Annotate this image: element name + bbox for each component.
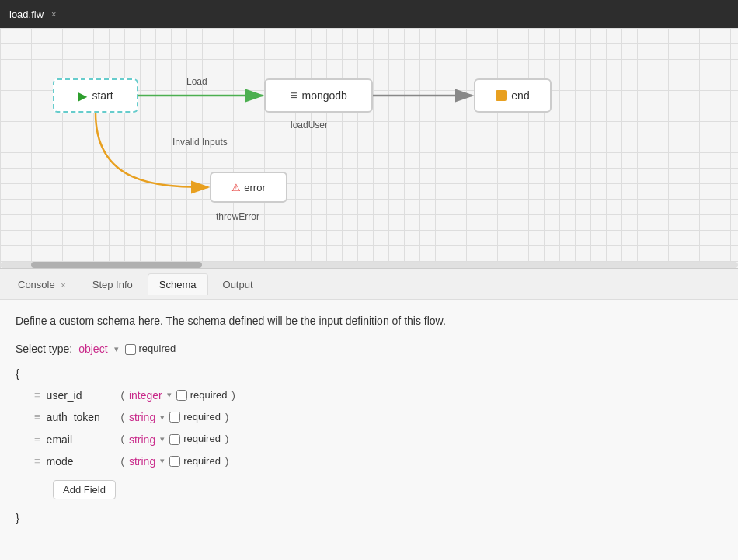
file-tab[interactable]: load.flw × [9, 9, 57, 20]
tab-stepinfo[interactable]: Step Info [81, 273, 144, 295]
node-end[interactable]: end [474, 78, 552, 113]
required-wrap-2: required [169, 431, 221, 447]
selected-type-value[interactable]: object [78, 340, 107, 357]
required-label-3: required [183, 454, 221, 470]
required-wrap-1: required [169, 409, 221, 426]
end-icon [496, 90, 507, 101]
close-paren-1: ) [225, 409, 228, 426]
schema-description: Define a custom schema here. The schema … [16, 312, 722, 329]
tab-stepinfo-label: Step Info [92, 279, 133, 290]
root-required-checkbox[interactable] [125, 344, 136, 355]
error-node-label: error [244, 182, 265, 193]
edge-label-load: Load [186, 76, 207, 87]
tabs-bar: Console × Step Info Schema Output [0, 269, 738, 300]
warning-icon: ⚠ [231, 182, 241, 193]
tab-console-close[interactable]: × [61, 280, 65, 290]
field-name-auth_token: auth_token [47, 409, 117, 426]
tab-schema[interactable]: Schema [148, 273, 208, 295]
open-paren-0: ( [121, 388, 124, 404]
required-checkbox-3[interactable] [169, 456, 180, 467]
tab-output-label: Output [223, 279, 253, 290]
field-row-email: ≡ email ( string ▾ required ) [16, 429, 722, 450]
play-icon: ▶ [78, 89, 87, 103]
field-row-user_id: ≡ user_id ( integer ▾ required ) [16, 384, 722, 406]
tab-console[interactable]: Console × [6, 273, 78, 295]
tab-output[interactable]: Output [211, 273, 265, 295]
field-name-user_id: user_id [47, 387, 117, 404]
required-checkbox-2[interactable] [169, 434, 180, 445]
root-required-label: required [139, 341, 176, 357]
type-chevron-3[interactable]: ▾ [160, 454, 165, 468]
open-paren-3: ( [121, 454, 124, 470]
type-chevron-2[interactable]: ▾ [160, 433, 165, 447]
edge-label-invalid: Invalid Inputs [172, 137, 228, 148]
root-required-checkbox-wrap: required [125, 341, 176, 357]
open-brace: { [16, 364, 722, 383]
field-name-email: email [47, 431, 117, 448]
field-type-email[interactable]: string [129, 431, 155, 448]
required-label-2: required [183, 431, 221, 447]
open-paren-1: ( [121, 409, 124, 426]
file-tab-close[interactable]: × [51, 9, 56, 19]
mongodb-sublabel: loadUser [291, 120, 328, 130]
node-mongodb[interactable]: ≡ mongodb [264, 78, 373, 113]
drag-handle-icon[interactable]: ≡ [34, 454, 40, 470]
canvas-scrollbar[interactable] [0, 262, 738, 268]
required-checkbox-1[interactable] [169, 412, 180, 423]
start-node-label: start [92, 89, 113, 102]
close-paren-3: ) [225, 454, 228, 470]
file-tab-label: load.flw [9, 9, 44, 20]
tab-schema-label: Schema [159, 279, 197, 290]
required-wrap-3: required [169, 454, 221, 470]
error-sublabel: throwError [216, 211, 259, 222]
close-paren-0: ) [231, 388, 235, 404]
node-start[interactable]: ▶ start [53, 78, 138, 113]
end-node-label: end [511, 89, 529, 102]
type-chevron-1[interactable]: ▾ [160, 411, 165, 425]
drag-handle-icon[interactable]: ≡ [34, 388, 40, 404]
close-brace: } [16, 509, 722, 527]
canvas-arrows [0, 28, 738, 268]
drag-handle-icon[interactable]: ≡ [34, 431, 40, 447]
field-row-auth_token: ≡ auth_token ( string ▾ required ) [16, 406, 722, 428]
field-row-mode: ≡ mode ( string ▾ required ) [16, 450, 722, 472]
add-field-button[interactable]: Add Field [53, 480, 116, 499]
type-chevron-icon[interactable]: ▾ [114, 343, 119, 357]
type-chevron-0[interactable]: ▾ [167, 388, 172, 402]
bottom-panel: Console × Step Info Schema Output Define… [0, 269, 738, 560]
required-wrap-0: required [176, 388, 228, 404]
required-label-1: required [183, 409, 221, 426]
canvas-scrollbar-thumb[interactable] [31, 262, 202, 268]
select-type-label: Select type: [16, 340, 72, 357]
select-type-row: Select type: object ▾ required [16, 340, 722, 357]
close-paren-2: ) [225, 431, 228, 447]
field-type-mode[interactable]: string [129, 453, 155, 470]
node-error[interactable]: ⚠ error [210, 172, 287, 203]
field-name-mode: mode [47, 453, 117, 470]
tab-console-label: Console [18, 279, 55, 290]
field-type-auth_token[interactable]: string [129, 409, 155, 426]
drag-handle-icon[interactable]: ≡ [34, 409, 40, 426]
required-label-0: required [190, 388, 228, 404]
open-paren-2: ( [121, 431, 124, 447]
database-icon: ≡ [290, 89, 297, 103]
schema-content: Define a custom schema here. The schema … [0, 300, 738, 560]
title-bar: load.flw × [0, 0, 738, 28]
required-checkbox-0[interactable] [176, 390, 187, 401]
mongodb-node-label: mongodb [301, 89, 346, 102]
canvas-area: ▶ start Load ≡ mongodb loadUser end Inva… [0, 28, 738, 269]
field-type-user_id[interactable]: integer [129, 387, 162, 404]
